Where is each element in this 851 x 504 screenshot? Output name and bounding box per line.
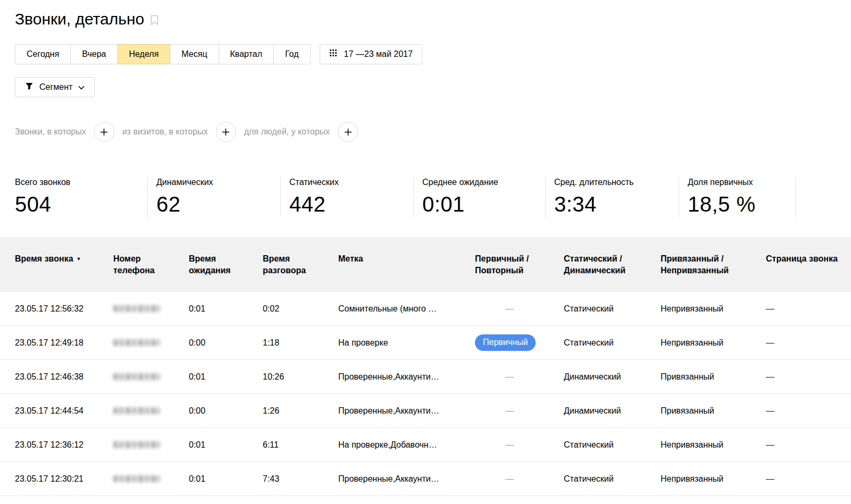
column-header-phone[interactable]: Номер телефона [113, 253, 189, 276]
table-row: 23.05.17 12:36:12 0:01 6:11 На проверке,… [0, 428, 851, 462]
metric-value: 0:01 [422, 192, 545, 216]
cell-call-page: — [766, 440, 851, 450]
column-header-call-page[interactable]: Страница звонка [766, 253, 851, 265]
period-tab-group: Сегодня Вчера Неделя Месяц Квартал Год [15, 44, 311, 64]
cell-call-time: 23.05.17 12:30:21 [0, 474, 113, 484]
segment-row: Сегмент [15, 77, 851, 97]
cell-tag: На проверке,Добавочн… [338, 440, 475, 450]
phone-number-blurred [113, 305, 160, 312]
tab-year[interactable]: Год [273, 44, 310, 64]
cell-primary: — [475, 406, 564, 416]
calls-table: Время звонка▼ Номер телефона Время ожида… [0, 237, 851, 496]
cell-wait-time: 0:00 [189, 406, 263, 416]
cell-phone [113, 407, 189, 414]
calendar-icon [329, 49, 338, 60]
bookmark-icon[interactable] [151, 11, 158, 30]
tab-yesterday[interactable]: Вчера [70, 44, 118, 64]
metric-label: Среднее ожидание [422, 177, 545, 188]
sort-desc-icon: ▼ [77, 256, 81, 262]
cell-static-dynamic: Статический [564, 304, 661, 314]
page-title: Звонки, детально [15, 9, 851, 30]
cell-call-page: — [766, 338, 851, 348]
metric-label: Сред. длительность [554, 177, 679, 188]
cell-call-page: — [766, 474, 851, 484]
table-row: 23.05.17 12:46:38 0:01 10:26 Проверенные… [0, 360, 851, 394]
date-range-label: 17 —23 май 2017 [344, 49, 413, 59]
phone-number-blurred [113, 373, 160, 380]
cell-tag: Проверенные,Аккаунти… [338, 372, 475, 382]
filter-label-visits: из визитов, в которых [122, 127, 208, 137]
cell-primary: — [475, 474, 564, 484]
column-header-talk-time[interactable]: Время разговора [263, 253, 338, 276]
cell-phone [113, 339, 189, 346]
add-visit-filter-button[interactable] [216, 122, 236, 142]
primary-call-badge: Первичный [475, 334, 536, 351]
cell-primary: — [475, 304, 564, 314]
column-header-wait-time[interactable]: Время ожидания [189, 253, 263, 276]
metric-value: 504 [15, 192, 147, 216]
cell-call-time: 23.05.17 12:46:38 [0, 372, 113, 382]
tab-month[interactable]: Месяц [170, 44, 219, 64]
metric-label: Статических [289, 177, 413, 188]
cell-binding: Привязанный [661, 372, 766, 382]
filter-builders: Звонки, в которых из визитов, в которых … [15, 122, 851, 142]
cell-binding: Непривязанный [661, 474, 766, 484]
cell-call-time: 23.05.17 12:36:12 [0, 440, 113, 450]
cell-wait-time: 0:01 [189, 474, 263, 484]
cell-static-dynamic: Статический [564, 440, 661, 450]
segment-button[interactable]: Сегмент [15, 77, 95, 97]
column-header-primary[interactable]: Первичный / Повторный [475, 253, 564, 276]
metric-static: Статических 442 [280, 177, 413, 217]
cell-wait-time: 0:00 [189, 338, 263, 348]
cell-talk-time: 10:26 [263, 372, 338, 382]
table-header: Время звонка▼ Номер телефона Время ожида… [0, 237, 851, 292]
tab-quarter[interactable]: Квартал [219, 44, 274, 64]
cell-primary: — [475, 440, 564, 450]
cell-call-page: — [766, 304, 851, 314]
cell-talk-time: 0:02 [263, 304, 338, 314]
metric-label: Доля первичных [688, 177, 795, 188]
tab-week[interactable]: Неделя [118, 44, 171, 64]
segment-label: Сегмент [39, 82, 72, 92]
metric-value: 3:34 [554, 192, 679, 216]
column-header-tag[interactable]: Метка [338, 253, 475, 265]
phone-number-blurred [113, 475, 160, 482]
column-header-binding[interactable]: Привязанный / Непривязанный [661, 253, 766, 276]
table-row: 23.05.17 12:30:21 0:01 7:43 Проверенные,… [0, 462, 851, 496]
cell-wait-time: 0:01 [189, 440, 263, 450]
cell-static-dynamic: Статический [564, 474, 661, 484]
metric-label: Всего звонков [15, 177, 147, 188]
date-range-button[interactable]: 17 —23 май 2017 [320, 44, 422, 64]
filter-label-people: для людей, у которых [244, 127, 330, 137]
cell-phone [113, 305, 189, 312]
cell-tag: Сомнительные (много … [338, 304, 475, 314]
add-call-filter-button[interactable] [94, 122, 114, 142]
period-controls: Сегодня Вчера Неделя Месяц Квартал Год 1… [15, 44, 851, 64]
cell-tag: На проверке [338, 338, 475, 348]
cell-static-dynamic: Статический [564, 338, 661, 348]
funnel-icon [25, 82, 34, 93]
cell-phone [113, 475, 189, 482]
cell-talk-time: 1:18 [263, 338, 338, 348]
column-header-static-dynamic[interactable]: Статический / Динамический [564, 253, 661, 276]
cell-talk-time: 6:11 [263, 440, 338, 450]
cell-wait-time: 0:01 [189, 304, 263, 314]
cell-static-dynamic: Динамический [564, 406, 661, 416]
cell-primary: Первичный [475, 334, 564, 351]
metric-avg-wait: Среднее ожидание 0:01 [413, 177, 545, 217]
cell-call-time: 23.05.17 12:56:32 [0, 304, 113, 314]
metric-value: 442 [289, 192, 413, 216]
table-row: 23.05.17 12:56:32 0:01 0:02 Сомнительные… [0, 292, 851, 326]
table-row: 23.05.17 12:44:54 0:00 1:26 Проверенные,… [0, 394, 851, 428]
chevron-down-icon [78, 82, 85, 92]
phone-number-blurred [113, 407, 160, 414]
add-people-filter-button[interactable] [338, 122, 358, 142]
cell-call-time: 23.05.17 12:44:54 [0, 406, 113, 416]
column-header-call-time[interactable]: Время звонка▼ [0, 253, 113, 266]
cell-call-page: — [766, 406, 851, 416]
summary-metrics: Всего звонков 504 Динамических 62 Статич… [0, 177, 851, 217]
cell-static-dynamic: Динамический [564, 372, 661, 382]
phone-number-blurred [113, 441, 160, 448]
tab-today[interactable]: Сегодня [15, 44, 71, 64]
cell-tag: Проверенные,Аккаунти… [338, 406, 475, 416]
